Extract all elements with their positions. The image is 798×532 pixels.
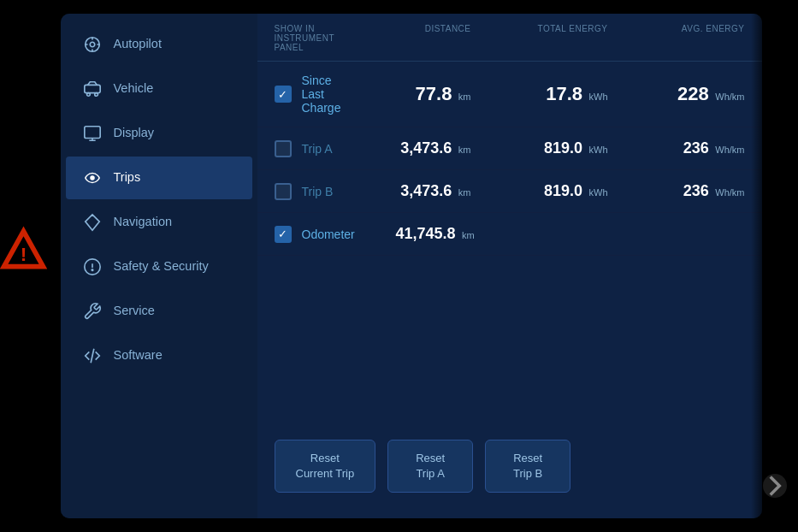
sidebar-item-safety-security[interactable]: Safety & Security	[66, 245, 252, 288]
trip-b-distance: 3,473.6 km	[352, 182, 471, 200]
distance-unit: km	[458, 145, 471, 155]
svg-point-10	[94, 93, 98, 97]
odometer-label: Odometer	[302, 228, 355, 241]
avg-energy-value: 228	[677, 83, 709, 104]
navigation-icon	[83, 213, 102, 232]
since-last-charge-label: Since Last Charge	[302, 74, 352, 115]
buttons-area: Reset Current Trip Reset Trip A Reset Tr…	[257, 414, 762, 518]
software-icon	[83, 346, 102, 365]
avg-energy-unit: Wh/km	[715, 92, 744, 102]
avg-energy-unit: Wh/km	[715, 187, 744, 198]
row-label-cell: Trip B	[275, 183, 352, 200]
total-energy-value: 819.0	[544, 182, 582, 199]
row-label-cell: ✓ Since Last Charge	[275, 74, 352, 115]
trips-icon	[83, 168, 102, 187]
table-row: ✓ Since Last Charge 77.8 km 17.8 kWh 228	[257, 62, 762, 127]
sidebar: Autopilot Vehicle	[61, 14, 257, 518]
trip-a-total-energy: 819.0 kWh	[471, 139, 608, 157]
svg-point-9	[86, 93, 90, 97]
vehicle-icon	[83, 80, 102, 98]
row-label-cell: ✓ Odometer	[275, 226, 355, 243]
avg-energy-value: 236	[683, 182, 709, 199]
trip-b-checkbox[interactable]	[275, 183, 292, 200]
since-last-charge-avg-energy: 228 Wh/km	[608, 83, 745, 105]
distance-value: 77.8	[416, 83, 452, 104]
main-content: SHOW IN INSTRUMENT PANEL DISTANCE TOTAL …	[257, 14, 762, 518]
trip-a-checkbox[interactable]	[275, 140, 292, 157]
distance-unit: km	[458, 92, 471, 102]
sidebar-item-autopilot[interactable]: Autopilot	[66, 23, 252, 66]
sidebar-item-software[interactable]: Software	[66, 334, 252, 377]
table-row: Trip A 3,473.6 km 819.0 kWh 236 Wh/km	[257, 127, 762, 170]
col-total-energy-label: TOTAL ENERGY	[471, 24, 608, 52]
sidebar-item-service[interactable]: Service	[66, 290, 252, 333]
since-last-charge-total-energy: 17.8 kWh	[471, 83, 608, 105]
sidebar-item-label-trips: Trips	[114, 170, 141, 185]
sidebar-item-label-navigation: Navigation	[114, 215, 173, 229]
odometer-checkbox[interactable]: ✓	[275, 226, 292, 243]
total-energy-unit: kWh	[589, 187, 608, 198]
right-button-icon	[763, 474, 787, 498]
avg-energy-value: 236	[683, 139, 709, 157]
total-energy-value: 819.0	[544, 139, 582, 157]
table-row: Trip B 3,473.6 km 819.0 kWh 236 Wh/km	[257, 170, 762, 213]
autopilot-icon	[83, 35, 102, 54]
checkmark-icon: ✓	[278, 89, 287, 100]
table-row: ✓ Odometer 41,745.8 km	[257, 213, 762, 256]
warning-triangle-icon: !	[0, 0, 47, 498]
col-distance-label: DISTANCE	[352, 24, 471, 52]
col-avg-energy-label: AVG. ENERGY	[608, 24, 745, 52]
trip-a-label: Trip A	[302, 142, 333, 156]
distance-value: 3,473.6	[400, 182, 452, 199]
svg-point-14	[90, 175, 95, 180]
since-last-charge-distance: 77.8 km	[352, 83, 471, 105]
sidebar-item-trips[interactable]: Trips	[66, 157, 252, 199]
distance-unit: km	[462, 230, 475, 240]
trip-b-avg-energy: 236 Wh/km	[608, 182, 745, 200]
svg-line-19	[91, 349, 94, 364]
sidebar-item-vehicle[interactable]: Vehicle	[66, 68, 252, 110]
service-icon	[83, 302, 102, 321]
total-energy-unit: kWh	[589, 92, 608, 102]
trip-b-label: Trip B	[302, 185, 334, 198]
row-label-cell: Trip A	[275, 140, 352, 157]
total-energy-value: 17.8	[546, 83, 582, 104]
col-show-label: SHOW IN INSTRUMENT PANEL	[275, 24, 352, 52]
reset-trip-b-button[interactable]: Reset Trip B	[485, 440, 570, 493]
since-last-charge-checkbox[interactable]: ✓	[275, 86, 292, 103]
checkmark-icon: ✓	[278, 228, 287, 239]
odometer-distance: 41,745.8 km	[355, 225, 475, 243]
svg-rect-11	[84, 127, 99, 139]
svg-marker-15	[85, 215, 99, 230]
trip-a-avg-energy: 236 Wh/km	[608, 139, 745, 157]
distance-unit: km	[458, 187, 471, 198]
safety-icon	[83, 257, 102, 276]
sidebar-item-label-software: Software	[114, 348, 163, 363]
display-icon	[83, 124, 102, 143]
distance-value: 41,745.8	[396, 225, 456, 242]
table-body: ✓ Since Last Charge 77.8 km 17.8 kWh 228	[257, 62, 762, 414]
sidebar-item-navigation[interactable]: Navigation	[66, 201, 252, 244]
reset-trip-a-button[interactable]: Reset Trip A	[387, 440, 473, 493]
sidebar-item-label-service: Service	[114, 304, 155, 318]
trip-b-total-energy: 819.0 kWh	[471, 182, 608, 200]
sidebar-item-label-vehicle: Vehicle	[114, 81, 154, 96]
svg-text:!: !	[21, 243, 27, 265]
distance-value: 3,473.6	[400, 139, 452, 157]
avg-energy-unit: Wh/km	[715, 145, 744, 155]
svg-rect-8	[84, 85, 99, 92]
sidebar-item-label-display: Display	[114, 126, 155, 140]
table-header: SHOW IN INSTRUMENT PANEL DISTANCE TOTAL …	[257, 14, 762, 62]
sidebar-item-display[interactable]: Display	[66, 112, 252, 155]
total-energy-unit: kWh	[589, 145, 608, 155]
trip-a-distance: 3,473.6 km	[352, 139, 471, 157]
svg-point-3	[90, 42, 95, 47]
sidebar-item-label-autopilot: Autopilot	[114, 37, 162, 51]
reset-current-trip-button[interactable]: Reset Current Trip	[275, 440, 376, 493]
svg-point-18	[92, 269, 92, 270]
sidebar-item-label-safety: Safety & Security	[114, 259, 209, 274]
